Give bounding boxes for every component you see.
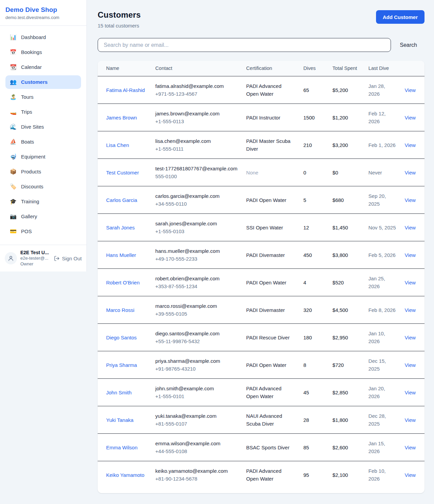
table-row: James Brownjames.brown@example.com+1-555… <box>98 104 425 131</box>
certification-cell: PADI Divemaster <box>242 296 299 324</box>
sidebar-item-tours[interactable]: 🏝️Tours <box>5 90 81 104</box>
customer-name-link[interactable]: Emma Wilson <box>106 445 138 450</box>
table-row: Priya Sharmapriya.sharma@example.com+91-… <box>98 351 425 379</box>
contact-cell: marco.rossi@example.com+39-555-0105 <box>151 296 242 324</box>
table-header: NameContactCertificationDivesTotal Spent… <box>98 61 425 76</box>
view-customer-link[interactable]: View <box>405 390 416 395</box>
sidebar-item-label: Dashboard <box>21 34 46 41</box>
sidebar-item-dive-sites[interactable]: 🌊Dive Sites <box>5 120 81 134</box>
customer-phone: +1-555-0103 <box>155 227 238 235</box>
view-customer-link[interactable]: View <box>405 362 416 368</box>
sidebar-item-label: Discounts <box>21 183 43 190</box>
customer-email: priya.sharma@example.com <box>155 357 238 365</box>
customer-name-link[interactable]: Marco Rossi <box>106 307 134 313</box>
dives-cell: 95 <box>299 461 329 489</box>
contact-cell: robert.obrien@example.com+353-87-555-123… <box>151 269 242 296</box>
last-dive-cell: Sep 20, 2025 <box>364 186 401 214</box>
view-customer-link[interactable]: View <box>405 417 416 423</box>
sidebar-item-products[interactable]: 📦Products <box>5 165 81 179</box>
name-cell: Lisa Chen <box>98 131 151 159</box>
sidebar-item-calendar[interactable]: 📆Calendar <box>5 60 81 74</box>
view-customer-link[interactable]: View <box>405 280 416 285</box>
add-customer-button[interactable]: Add Customer <box>376 10 425 24</box>
customer-email: fatima.alrashid@example.com <box>155 82 238 90</box>
view-cell: View <box>401 76 425 104</box>
sidebar-item-boats[interactable]: ⛵Boats <box>5 135 81 149</box>
customer-email: james.brown@example.com <box>155 110 238 117</box>
last-dive-cell: Nov 5, 2025 <box>364 214 401 241</box>
view-customer-link[interactable]: View <box>405 225 416 230</box>
sidebar-item-gallery[interactable]: 📷Gallery <box>5 210 81 223</box>
last-dive-cell: Feb 8, 2026 <box>364 296 401 324</box>
view-cell: View <box>401 461 425 489</box>
sign-out-button[interactable]: Sign Out <box>54 256 82 261</box>
last-dive-cell: Jan 28, 2026 <box>364 76 401 104</box>
certification-cell: PADI Advanced Open Water <box>242 76 299 104</box>
certification-cell: PADI Open Water <box>242 351 299 379</box>
table-row: Robert O'Brienrobert.obrien@example.com+… <box>98 269 425 296</box>
view-customer-link[interactable]: View <box>405 252 416 258</box>
sidebar-item-training[interactable]: 🎓Training <box>5 195 81 208</box>
page-title: Customers <box>98 10 141 20</box>
customer-name-link[interactable]: Sarah Jones <box>106 225 135 230</box>
customer-name-link[interactable]: Yuki Tanaka <box>106 417 134 423</box>
view-customer-link[interactable]: View <box>405 472 416 478</box>
customer-email: marco.rossi@example.com <box>155 302 238 310</box>
name-cell: Carlos Garcia <box>98 186 151 214</box>
customer-email: carlos.garcia@example.com <box>155 192 238 200</box>
contact-cell: keiko.yamamoto@example.com+81-90-1234-56… <box>151 461 242 489</box>
sidebar: Demo Dive Shop demo.test.divestreams.com… <box>0 0 87 272</box>
total-spent-cell: $2,100 <box>329 461 364 489</box>
total-spent-cell: $2,600 <box>329 434 364 461</box>
customer-phone: 555-0100 <box>155 172 238 180</box>
view-customer-link[interactable]: View <box>405 335 416 340</box>
customer-name-link[interactable]: Carlos Garcia <box>106 197 137 203</box>
customer-name-link[interactable]: Robert O'Brien <box>106 280 140 285</box>
sidebar-item-pos[interactable]: 💳POS <box>5 225 81 238</box>
package-icon: 📦 <box>10 168 17 175</box>
view-customer-link[interactable]: View <box>405 197 416 203</box>
total-spent-cell: $3,800 <box>329 241 364 269</box>
tag-icon: 🏷️ <box>10 183 17 190</box>
name-cell: James Brown <box>98 104 151 131</box>
view-customer-link[interactable]: View <box>405 87 416 93</box>
view-customer-link[interactable]: View <box>405 445 416 450</box>
total-spent-cell: $1,200 <box>329 104 364 131</box>
last-dive-cell: Feb 10, 2026 <box>364 461 401 489</box>
table-row: Diego Santosdiego.santos@example.com+55-… <box>98 324 425 351</box>
customer-name-link[interactable]: Fatima Al-Rashid <box>106 87 145 93</box>
dives-cell: 28 <box>299 406 329 434</box>
customer-name-link[interactable]: Priya Sharma <box>106 362 137 368</box>
customer-name-link[interactable]: John Smith <box>106 390 132 395</box>
customer-email: john.smith@example.com <box>155 385 238 392</box>
sidebar-item-trips[interactable]: 🚤Trips <box>5 105 81 119</box>
customer-name-link[interactable]: Diego Santos <box>106 335 137 340</box>
search-input[interactable] <box>98 38 391 52</box>
last-dive-cell: Feb 12, 2026 <box>364 104 401 131</box>
column-header-last-dive: Last Dive <box>364 61 401 76</box>
view-customer-link[interactable]: View <box>405 170 416 175</box>
column-header-certification: Certification <box>242 61 299 76</box>
sidebar-nav: 📊Dashboard📅Bookings📆Calendar👥Customers🏝️… <box>0 26 86 245</box>
sidebar-item-bookings[interactable]: 📅Bookings <box>5 45 81 59</box>
customer-name-link[interactable]: James Brown <box>106 115 137 120</box>
sidebar-item-dashboard[interactable]: 📊Dashboard <box>5 31 81 44</box>
page-header-text: Customers 15 total customers <box>98 10 141 29</box>
search-button[interactable]: Search <box>400 42 417 48</box>
sidebar-item-discounts[interactable]: 🏷️Discounts <box>5 180 81 193</box>
sidebar-item-label: Customers <box>21 78 47 86</box>
customer-name-link[interactable]: Keiko Yamamoto <box>106 472 144 478</box>
sidebar-item-customers[interactable]: 👥Customers <box>5 75 81 89</box>
shop-domain: demo.test.divestreams.com <box>5 15 81 20</box>
total-spent-cell: $5,200 <box>329 76 364 104</box>
view-customer-link[interactable]: View <box>405 307 416 313</box>
view-customer-link[interactable]: View <box>405 115 416 120</box>
main-content: Customers 15 total customers Add Custome… <box>87 0 434 503</box>
customer-name-link[interactable]: Lisa Chen <box>106 142 129 148</box>
customer-name-link[interactable]: Test Customer <box>106 170 139 175</box>
sidebar-item-equipment[interactable]: 🤿Equipment <box>5 150 81 164</box>
customer-name-link[interactable]: Hans Mueller <box>106 252 136 258</box>
view-customer-link[interactable]: View <box>405 142 416 148</box>
customer-phone: +39-555-0105 <box>155 310 238 318</box>
sidebar-item-label: POS <box>21 228 32 235</box>
